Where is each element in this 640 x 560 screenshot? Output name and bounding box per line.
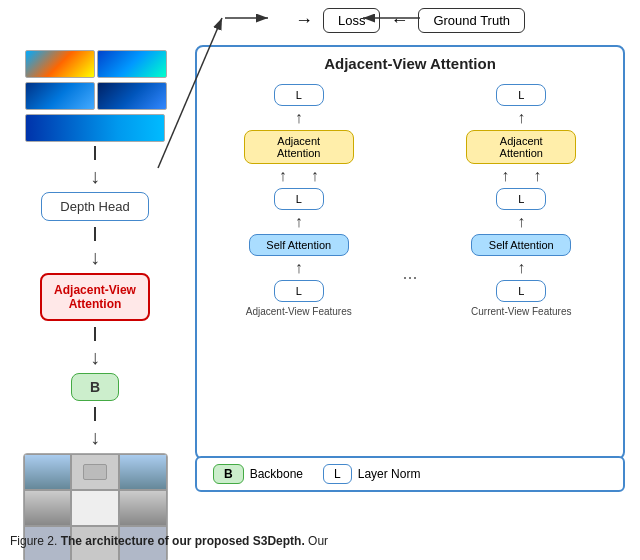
legend-layer-norm: L Layer Norm [323,464,420,484]
col1-mid-l-label: L [296,193,302,205]
col1-bot-l-label: L [296,285,302,297]
down-arrow-2: ↓ [90,247,100,267]
caption-bold: The architecture of our proposed S3Depth… [61,534,305,548]
ground-truth-box: Ground Truth [418,8,525,33]
legend-l-label: L [334,467,341,481]
heatmap-3 [25,82,95,110]
main-diagram-box: Adjacent-View Attention L ↑ Adjacent Att… [195,45,625,460]
col1-bot-l: L [274,280,324,302]
col2-adj-att: Adjacent Attention [466,130,576,164]
col2-arrow-2b: ↑ [533,168,541,184]
col1-inner: L ↑ Adjacent Attention ↑ ↑ L ↑ [205,80,393,302]
diagram-col-2: L ↑ Adjacent Attention ↑ ↑ L ↑ [428,80,616,435]
col1-top-l: L [274,84,324,106]
col2-top-l-label: L [518,89,524,101]
col1-arrow-4: ↑ [295,260,303,276]
adj-view-attention-box: Adjacent-ViewAttention [40,273,150,321]
col2-arrow-3: ↑ [517,214,525,230]
col2-bot-l: L [496,280,546,302]
legend-l-box: L [323,464,352,484]
col1-label: Adjacent-View Features [246,306,352,317]
col1-arrow-2a: ↑ [279,168,287,184]
car-cell-4 [24,490,72,526]
car-cell-3 [119,454,167,490]
depth-head-label: Depth Head [60,199,129,214]
car-cell-1 [24,454,72,490]
col2-arrow-2a: ↑ [501,168,509,184]
col1-top-l-label: L [296,89,302,101]
col1-adj-att: Adjacent Attention [244,130,354,164]
col1-adj-att-label: Adjacent Attention [277,135,320,159]
layer-norm-label: Layer Norm [358,467,421,481]
loss-label: Loss [338,13,365,28]
car-top-view [83,464,107,480]
ground-truth-label: Ground Truth [433,13,510,28]
col2-self-att-label: Self Attention [489,239,554,251]
loss-box: Loss [323,8,380,33]
b-box: B [71,373,119,401]
caption-rest: Our [305,534,328,548]
left-column: ↓ Depth Head ↓ Adjacent-ViewAttention ↓ … [10,50,180,560]
down-arrow-3: ↓ [90,347,100,367]
down-arrow-1: ↓ [90,166,100,186]
col1-self-att: Self Attention [249,234,349,256]
legend-b-box: B [213,464,244,484]
heatmap-4 [97,82,167,110]
car-cell-2 [71,454,119,490]
col2-adj-att-label: Adjacent Attention [500,135,543,159]
car-cell-5 [71,490,119,526]
heatmap-5 [25,114,165,142]
backbone-label: Backbone [250,467,303,481]
right-arrow-icon: → [295,10,313,31]
diagram-columns: L ↑ Adjacent Attention ↑ ↑ L ↑ [205,80,615,435]
col2-arrow-4: ↑ [517,260,525,276]
heatmap-1 [25,50,95,78]
col1-arrow-3: ↑ [295,214,303,230]
diagram-col-1: L ↑ Adjacent Attention ↑ ↑ L ↑ [205,80,393,435]
heatmap-2 [97,50,167,78]
camera-heatmap-images [25,50,165,140]
col2-mid-l-label: L [518,193,524,205]
col2-inner: L ↑ Adjacent Attention ↑ ↑ L ↑ [428,80,616,302]
col2-mid-l: L [496,188,546,210]
col1-mid-l: L [274,188,324,210]
car-cell-6 [119,490,167,526]
col2-arrows-2: ↑ ↑ [501,168,541,184]
col1-arrow-1: ↑ [295,110,303,126]
col2-self-att: Self Attention [471,234,571,256]
left-arrow-icon: ← [390,10,408,31]
b-label: B [90,379,100,395]
col2-arrow-1: ↑ [517,110,525,126]
figure-caption: Figure 2. The architecture of our propos… [10,532,630,550]
connector-3 [94,327,96,341]
legend-backbone: B Backbone [213,464,303,484]
main-container: → Loss ← Ground Truth × Z ↓ Depth Head ↓ [0,0,640,560]
adj-view-label: Adjacent-ViewAttention [54,283,136,311]
col1-arrow-2b: ↑ [311,168,319,184]
legend-box: B Backbone L Layer Norm [195,456,625,492]
legend-b-label: B [224,467,233,481]
col2-label: Current-View Features [471,306,571,317]
connector-4 [94,407,96,421]
down-arrow-4: ↓ [90,427,100,447]
col2-top-l: L [496,84,546,106]
connector-2 [94,227,96,241]
col1-self-att-label: Self Attention [266,239,331,251]
caption-figure: Figure 2. [10,534,61,548]
diagram-title: Adjacent-View Attention [205,55,615,72]
connector-1 [94,146,96,160]
top-row: → Loss ← Ground Truth [200,8,620,33]
dots-separator: ··· [403,80,418,435]
col1-arrows-2: ↑ ↑ [279,168,319,184]
depth-head-box: Depth Head [41,192,148,221]
col2-bot-l-label: L [518,285,524,297]
